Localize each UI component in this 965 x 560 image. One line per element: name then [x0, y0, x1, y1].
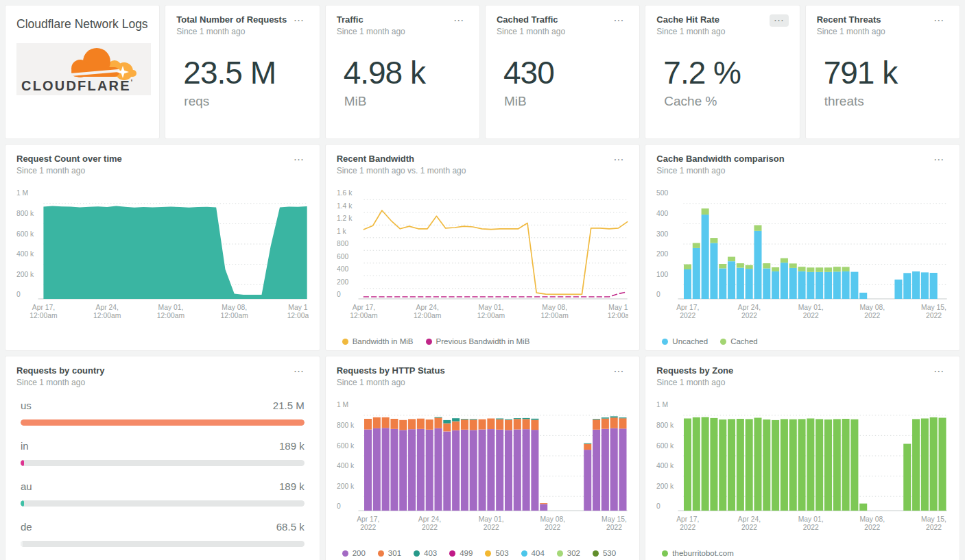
panel-subtitle: Since 1 month ago: [16, 166, 122, 175]
panel-subtitle: Since 1 month ago: [656, 166, 784, 175]
svg-text:2022: 2022: [680, 312, 696, 319]
svg-text:May 15,: May 15,: [921, 304, 946, 311]
svg-text:May 01,: May 01,: [158, 304, 184, 311]
http-status-chart[interactable]: 1 M800 k600 k400 k200 k0Apr 17,2022Apr 2…: [337, 394, 629, 546]
panel-menu-button[interactable]: ⋯: [929, 154, 949, 166]
legend-dot-icon: [485, 550, 491, 557]
panel-menu-button[interactable]: ⋯: [609, 154, 628, 166]
svg-text:0: 0: [16, 291, 21, 299]
svg-text:12:00am: 12:00am: [414, 312, 441, 319]
panel-menu-button[interactable]: ⋯: [609, 365, 628, 378]
dashboard-grid: Cloudflare Network Logs CLOUDFLARE': [0, 0, 965, 560]
panel-total-requests: Total Number of Requests Since 1 month a…: [165, 5, 320, 139]
svg-text:2022: 2022: [360, 524, 376, 531]
country-value: 68.5 k: [276, 521, 305, 533]
panel-menu-button[interactable]: ⋯: [289, 154, 309, 166]
svg-text:1 M: 1 M: [16, 190, 28, 197]
recent-bandwidth-chart[interactable]: 1.6 k1.4 k1.2 k1 k8006004002000Apr 17,12…: [337, 182, 629, 334]
country-bar-fill[interactable]: [21, 419, 305, 426]
panel-cached-traffic: Cached Traffic Since 1 month ago ⋯ 430 M…: [485, 5, 640, 139]
svg-text:0: 0: [656, 503, 660, 511]
legend-label: theburritobot.com: [672, 549, 734, 557]
legend-item[interactable]: 530: [593, 549, 616, 557]
panel-menu-button[interactable]: ⋯: [289, 365, 309, 378]
legend-item[interactable]: 503: [485, 549, 508, 557]
panel-cache-hit-rate: Cache Hit Rate Since 1 month ago ⋯ 7.2 %…: [645, 5, 800, 139]
panel-title: Cached Traffic: [497, 14, 565, 25]
svg-text:Apr 17,: Apr 17,: [676, 304, 699, 311]
panel-menu-button[interactable]: ⋯: [449, 14, 468, 27]
panel-title: Total Number of Requests: [176, 14, 287, 25]
cloudflare-logo-icon: CLOUDFLARE': [20, 45, 147, 93]
svg-text:100: 100: [656, 271, 668, 278]
chart-legend: UncachedCached: [662, 337, 949, 345]
svg-text:12:00am: 12:00am: [157, 312, 184, 319]
requests-by-zone-chart[interactable]: 1 M800 k600 k400 k200 k0Apr 17,2022Apr 2…: [656, 394, 949, 546]
legend-item[interactable]: 499: [449, 549, 473, 557]
legend-dot-icon: [426, 339, 432, 345]
country-label: in: [21, 440, 29, 452]
panel-recent-bandwidth: Recent Bandwidth Since 1 month ago vs. 1…: [325, 144, 641, 351]
panel-menu-button[interactable]: ⋯: [929, 14, 949, 27]
svg-text:2022: 2022: [545, 524, 560, 531]
svg-text:May 08,: May 08,: [540, 515, 565, 523]
chart-legend: Bandwidth in MiBPrevious Bandwidth in Mi…: [342, 337, 629, 345]
svg-text:Apr 17,: Apr 17,: [676, 515, 699, 523]
legend-item[interactable]: 404: [521, 549, 545, 557]
legend-label: 302: [567, 549, 580, 557]
svg-text:Apr 24,: Apr 24,: [738, 515, 761, 523]
legend-item[interactable]: theburritobot.com: [662, 549, 734, 557]
panel-menu-button[interactable]: ⋯: [929, 365, 949, 378]
panel-subtitle: Since 1 month ago: [337, 27, 405, 36]
legend-dot-icon: [449, 550, 455, 557]
country-bar-fill[interactable]: [21, 500, 24, 507]
dashboard-title: Cloudflare Network Logs: [16, 14, 148, 34]
legend-item[interactable]: Uncached: [662, 337, 708, 345]
legend-item[interactable]: 301: [378, 549, 401, 557]
svg-text:800: 800: [337, 241, 348, 248]
country-value: 189 k: [279, 480, 305, 492]
svg-text:200 k: 200 k: [337, 483, 355, 490]
svg-text:May 01,: May 01,: [798, 304, 824, 311]
legend-item[interactable]: 302: [557, 549, 580, 557]
svg-text:0: 0: [337, 291, 341, 299]
stat-value: 7.2 %: [663, 54, 788, 91]
legend-label: 499: [460, 549, 473, 557]
country-bar-fill[interactable]: [21, 541, 23, 547]
svg-text:0: 0: [656, 291, 660, 299]
svg-text:400 k: 400 k: [337, 462, 355, 470]
svg-text:2022: 2022: [803, 312, 819, 319]
cloudflare-wordmark: CLOUDFLARE': [21, 78, 134, 93]
legend-dot-icon: [414, 550, 420, 557]
legend-label: Previous Bandwidth in MiB: [436, 337, 530, 345]
svg-text:May 1: May 1: [288, 304, 307, 311]
country-bar-fill[interactable]: [21, 460, 24, 466]
panel-subtitle: Since 1 month ago: [176, 27, 287, 36]
legend-dot-icon: [557, 550, 563, 557]
svg-text:1.2 k: 1.2 k: [337, 215, 353, 223]
svg-text:300: 300: [656, 230, 668, 238]
panel-title: Cache Hit Rate: [656, 14, 725, 25]
legend-item[interactable]: 200: [342, 549, 366, 557]
chart-legend: 200301403499503404302530526524: [342, 549, 629, 560]
legend-item[interactable]: Bandwidth in MiB: [342, 337, 414, 345]
svg-text:800 k: 800 k: [337, 422, 355, 429]
panel-menu-button[interactable]: ⋯: [609, 14, 628, 27]
svg-text:500: 500: [656, 190, 668, 197]
legend-dot-icon: [521, 550, 527, 557]
svg-text:200 k: 200 k: [656, 483, 674, 490]
legend-item[interactable]: 403: [414, 549, 437, 557]
panel-menu-button[interactable]: ⋯: [289, 14, 309, 27]
legend-label: 200: [353, 549, 366, 557]
svg-text:May 01,: May 01,: [798, 515, 824, 523]
legend-item[interactable]: Previous Bandwidth in MiB: [426, 337, 530, 345]
svg-text:Apr 24,: Apr 24,: [738, 304, 761, 311]
legend-dot-icon: [342, 550, 348, 557]
panel-menu-button[interactable]: ⋯: [770, 14, 789, 27]
cache-bandwidth-chart[interactable]: 5004003002001000Apr 17,2022Apr 24,2022Ma…: [656, 182, 949, 334]
request-count-chart[interactable]: 1 M800 k600 k400 k200 k0Apr 17,12:00amAp…: [16, 182, 309, 334]
legend-label: 301: [388, 549, 401, 557]
panel-recent-threats: Recent Threats Since 1 month ago ⋯ 791 k…: [805, 5, 960, 139]
svg-text:800 k: 800 k: [656, 422, 674, 429]
legend-item[interactable]: Cached: [720, 337, 758, 345]
